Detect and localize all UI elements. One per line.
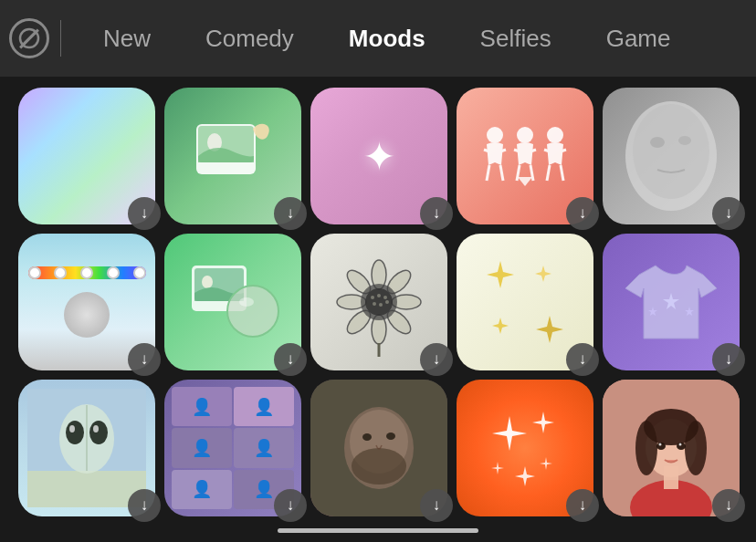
svg-line-18 <box>547 165 550 181</box>
svg-point-59 <box>362 433 372 441</box>
grid-row-1: ✦ <box>18 88 738 224</box>
tile-rainbow-bar[interactable] <box>18 234 155 370</box>
svg-point-40 <box>371 296 374 299</box>
tile-alien[interactable] <box>18 380 155 516</box>
svg-point-27 <box>202 276 213 288</box>
scroll-indicator <box>278 528 478 533</box>
svg-point-52 <box>69 425 75 433</box>
svg-point-53 <box>93 425 99 433</box>
svg-marker-20 <box>518 177 532 186</box>
svg-point-0 <box>20 29 38 47</box>
download-badge-14[interactable] <box>566 489 599 522</box>
svg-point-42 <box>383 296 387 299</box>
svg-point-43 <box>373 302 376 306</box>
tile-purple-shirt[interactable] <box>603 234 740 370</box>
grid-row-2 <box>18 234 738 370</box>
tile-green-photo[interactable] <box>164 88 301 224</box>
download-badge-15[interactable] <box>712 489 745 522</box>
download-badge-8[interactable] <box>420 343 453 376</box>
svg-point-10 <box>517 127 533 143</box>
svg-point-29 <box>239 297 254 307</box>
download-badge-13[interactable] <box>420 489 453 522</box>
tab-selfies[interactable]: Selfies <box>453 25 579 53</box>
svg-point-28 <box>227 286 278 337</box>
svg-point-71 <box>679 443 682 446</box>
sparkle-icon: ✦ <box>362 133 396 180</box>
nav-divider <box>60 20 61 57</box>
grid-row-3: 👤 👤 👤 👤 👤 👤 <box>18 380 738 516</box>
tab-game[interactable]: Game <box>579 25 698 53</box>
svg-point-41 <box>377 294 381 297</box>
tile-portrait-sketch[interactable] <box>310 380 447 516</box>
svg-line-8 <box>487 165 489 181</box>
svg-point-45 <box>385 300 389 304</box>
download-badge-9[interactable] <box>566 343 599 376</box>
tile-coral-people[interactable] <box>457 88 593 224</box>
download-badge-1[interactable] <box>128 197 161 230</box>
svg-point-5 <box>487 127 503 143</box>
tile-orange-sparkle[interactable] <box>457 380 593 516</box>
download-badge-5[interactable] <box>712 197 745 230</box>
tab-moods[interactable]: Moods <box>321 25 453 53</box>
tile-photo-grid[interactable]: 👤 👤 👤 👤 👤 👤 <box>164 380 301 516</box>
svg-point-58 <box>352 448 406 485</box>
filter-grid: ✦ <box>0 77 756 527</box>
svg-point-44 <box>379 303 383 307</box>
svg-point-15 <box>547 127 563 143</box>
tile-sketch-flower[interactable] <box>310 234 447 370</box>
svg-point-23 <box>650 137 665 148</box>
download-badge-6[interactable] <box>128 343 161 376</box>
tile-sparkle-gold[interactable] <box>457 234 593 370</box>
download-badge-12[interactable] <box>274 489 307 522</box>
svg-point-51 <box>89 421 108 444</box>
tile-blob[interactable] <box>18 88 155 224</box>
download-badge-4[interactable] <box>566 197 599 230</box>
download-badge-3[interactable] <box>420 197 453 230</box>
svg-line-9 <box>500 165 503 181</box>
tile-girl-portrait[interactable] <box>603 380 740 516</box>
download-badge-10[interactable] <box>712 343 745 376</box>
svg-point-24 <box>678 136 691 145</box>
tile-green-bubble[interactable] <box>164 234 301 370</box>
block-icon <box>9 18 49 58</box>
svg-point-60 <box>386 433 395 440</box>
tab-new[interactable]: New <box>76 25 178 53</box>
download-badge-11[interactable] <box>128 489 161 522</box>
nav-tabs: New Comedy Moods Selfies Game <box>76 25 747 53</box>
svg-point-70 <box>659 443 662 446</box>
svg-point-67 <box>685 421 707 475</box>
tile-gray-mask[interactable] <box>603 88 740 224</box>
svg-point-66 <box>635 421 657 475</box>
svg-point-50 <box>66 421 84 444</box>
tile-pink-stars[interactable]: ✦ <box>310 88 447 224</box>
svg-point-22 <box>633 104 709 199</box>
top-navigation: New Comedy Moods Selfies Game <box>0 0 756 77</box>
download-badge-7[interactable] <box>274 343 307 376</box>
tab-comedy[interactable]: Comedy <box>178 25 321 53</box>
download-badge-2[interactable] <box>274 197 307 230</box>
svg-line-1 <box>22 31 37 46</box>
svg-line-19 <box>561 165 563 181</box>
